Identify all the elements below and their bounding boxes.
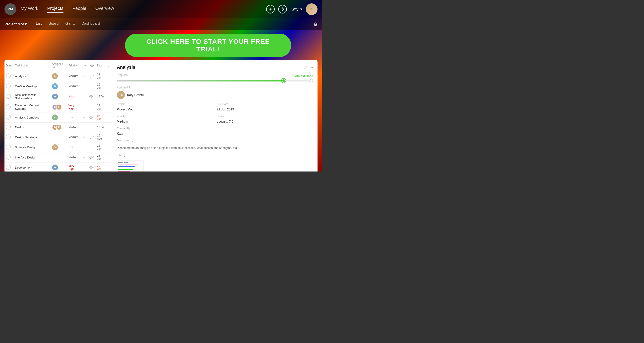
sub-nav-list[interactable]: List (36, 21, 42, 27)
table-row[interactable]: Discussions with Stakeholders D High 💬1 … (4, 91, 112, 102)
extra-cell (106, 102, 112, 113)
extra-cell (106, 163, 112, 172)
table-row[interactable]: On-Site Meetings O Medium 26 Jun (4, 81, 112, 91)
assigned-cell: S (51, 142, 67, 152)
due-value: 21 Jun 2019 (217, 108, 313, 111)
done-cell[interactable] (4, 152, 14, 163)
pencil-cell (82, 91, 88, 102)
sub-nav-gantt[interactable]: Gantt (65, 21, 75, 27)
assigned-cell: D K (51, 102, 67, 113)
sub-nav-board[interactable]: Board (48, 21, 58, 27)
table-row[interactable]: Document Current Systems D K Very High 2… (4, 102, 112, 113)
done-cell[interactable] (4, 132, 14, 142)
col-taskname: Task Name (14, 60, 51, 71)
done-checkbox[interactable] (6, 134, 11, 139)
table-row[interactable]: Software Design S Low 26 Jun (4, 142, 112, 152)
col-done: Done (4, 60, 14, 71)
col-filter[interactable]: ⇌ (106, 60, 112, 71)
assigned-label: Assigned To (117, 86, 313, 89)
nav-link-overview[interactable]: Overview (95, 6, 114, 13)
assigned-cell: D (51, 163, 67, 172)
detail-hours: Hours Logged: 7.5 (217, 115, 313, 123)
files-chevron-icon: ▾ (124, 155, 125, 158)
col-due: Due (96, 60, 106, 71)
due-cell: 26 Jun (96, 152, 106, 163)
done-cell[interactable] (4, 102, 14, 113)
assigned-cell: A (51, 113, 67, 123)
done-cell[interactable] (4, 142, 14, 152)
done-checkbox[interactable] (6, 73, 11, 78)
done-cell[interactable] (4, 91, 14, 102)
assigned-avatar: KC (117, 91, 125, 99)
comment-cell: 💬1 (88, 91, 96, 102)
done-checkbox[interactable] (6, 125, 11, 130)
priority-cell: Medium (67, 81, 82, 91)
user-avatar[interactable]: K (306, 3, 318, 15)
done-checkbox[interactable] (6, 155, 11, 160)
done-checkbox[interactable] (6, 104, 11, 109)
done-cell[interactable] (4, 123, 14, 132)
assigned-cell: A (51, 71, 67, 81)
done-cell[interactable] (4, 163, 14, 172)
panel-header: Analysis ⤢ ··· (117, 65, 313, 70)
table-row[interactable]: Design D K Medium 18 Jul (4, 123, 112, 132)
table-row[interactable]: Interface Design Medium ✏1 💬2 26 Jun (4, 152, 112, 163)
done-cell[interactable] (4, 71, 14, 81)
file-thumbnail[interactable]: ■■■■■ ■■■■ (117, 161, 144, 172)
sub-nav-dashboard[interactable]: Dashboard (82, 21, 100, 27)
comment-cell: 💬1 (88, 132, 96, 142)
detail-due: Due Date 21 Jun 2019 (217, 103, 313, 111)
settings-icon[interactable]: ⚙ (314, 22, 318, 27)
nav-right: ＋ ⏱ Katy ▾ K (266, 3, 318, 15)
expand-icon[interactable]: ⤢ (304, 65, 307, 70)
files-label: Files (117, 154, 122, 157)
panel-title: Analysis (117, 65, 135, 70)
done-cell[interactable] (4, 113, 14, 123)
table-row[interactable]: Analysis Complete A Low ✏1 💬2 07 Jun (4, 113, 112, 123)
progress-fill (117, 80, 284, 82)
task-table-scroll[interactable]: Done Task Name Assigned To Priority ✏ 💬 … (4, 60, 112, 172)
done-cell[interactable] (4, 81, 14, 91)
col-comment: 💬 (88, 60, 96, 71)
pencil-cell (82, 142, 88, 152)
col-assigned: Assigned To (51, 60, 67, 71)
comment-cell (88, 142, 96, 152)
assigned-cell: O (51, 81, 67, 91)
user-menu[interactable]: Katy ▾ (290, 7, 302, 12)
task-table: Done Task Name Assigned To Priority ✏ 💬 … (4, 60, 112, 172)
created-value: Katy (117, 132, 213, 135)
table-row[interactable]: Analysis A Medium ✏1 💬1 21 Jun (4, 71, 112, 81)
due-cell: 07 Jun (96, 113, 106, 123)
pencil-cell (82, 81, 88, 91)
done-checkbox[interactable] (6, 145, 11, 150)
cta-banner[interactable]: CLICK HERE TO START YOUR FREE TRIAL! (125, 34, 291, 57)
files-header[interactable]: Files ▾ (117, 154, 313, 159)
panel-actions: ⤢ ··· (304, 65, 313, 70)
assigned-cell: D K (51, 123, 67, 132)
done-checkbox[interactable] (6, 165, 11, 170)
priority-cell: Low (67, 113, 82, 123)
done-checkbox[interactable] (6, 84, 11, 89)
priority-cell: Medium (67, 132, 82, 142)
nav-link-projects[interactable]: Projects (47, 6, 64, 13)
due-cell: 21 Jun (96, 71, 106, 81)
table-row[interactable]: Design Database Medium ✏1 💬1 15 Aug (4, 132, 112, 142)
more-icon[interactable]: ··· (310, 65, 313, 70)
created-label: Created By (117, 127, 213, 130)
add-button[interactable]: ＋ (266, 5, 275, 14)
detail-priority: Priority Medium (117, 115, 213, 123)
due-cell: 29 Apr (96, 163, 106, 172)
description-header[interactable]: Description ▾ (117, 139, 313, 144)
priority-cell: Very High (67, 163, 82, 172)
nav-link-mywork[interactable]: My Work (21, 6, 38, 13)
done-checkbox[interactable] (6, 94, 11, 99)
nav-link-people[interactable]: People (72, 6, 86, 13)
comment-cell: 💬2 (88, 113, 96, 123)
table-row[interactable]: Development D Very High 💬1 29 Apr (4, 163, 112, 172)
done-checkbox[interactable] (6, 115, 11, 120)
project-title: Project Mock (4, 22, 27, 26)
comment-cell (88, 102, 96, 113)
progress-track[interactable] (117, 80, 313, 82)
timer-button[interactable]: ⏱ (278, 5, 287, 14)
priority-label: Priority (117, 115, 213, 118)
